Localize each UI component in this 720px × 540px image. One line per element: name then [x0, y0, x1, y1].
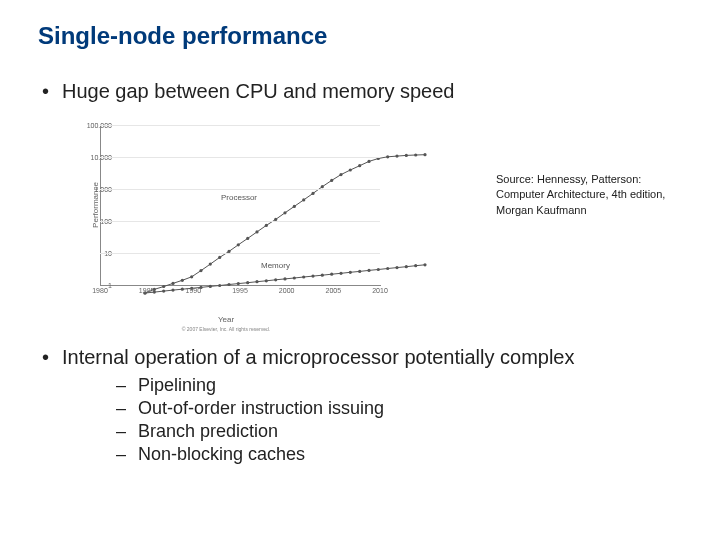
chart-row: Performance Processor Memory Year © 2007… [56, 117, 682, 322]
data-point [246, 237, 249, 240]
data-point [293, 276, 296, 279]
data-point [255, 230, 258, 233]
data-point [358, 270, 361, 273]
gridline [100, 253, 380, 254]
data-point [199, 269, 202, 272]
x-tick-label: 2010 [372, 287, 388, 294]
data-point [339, 272, 342, 275]
data-point [171, 289, 174, 292]
data-point [330, 273, 333, 276]
data-point [227, 283, 230, 286]
slide: Single-node performance Huge gap between… [0, 0, 720, 540]
data-point [237, 243, 240, 246]
data-point [395, 266, 398, 269]
data-point [386, 267, 389, 270]
x-tick-label: 1980 [92, 287, 108, 294]
data-point [414, 264, 417, 267]
x-tick-label: 2005 [326, 287, 342, 294]
sub-pipelining: Pipelining [116, 375, 682, 396]
x-tick-label: 1985 [139, 287, 155, 294]
bullet-gap: Huge gap between CPU and memory speed [38, 80, 682, 103]
data-point [190, 275, 193, 278]
data-point [181, 279, 184, 282]
data-point [395, 155, 398, 158]
x-tick-label: 1990 [186, 287, 202, 294]
source-caption: Source: Hennessy, Patterson: Computer Ar… [496, 117, 682, 218]
data-point [218, 256, 221, 259]
data-point [367, 269, 370, 272]
main-bullet-list-2: Internal operation of a microprocessor p… [38, 346, 682, 465]
data-point [218, 284, 221, 287]
data-point [283, 277, 286, 280]
data-point [405, 265, 408, 268]
data-point [209, 263, 212, 266]
chart-copyright: © 2007 Elsevier, Inc. All rights reserve… [56, 326, 396, 332]
gridline [100, 221, 380, 222]
x-axis-label: Year [56, 316, 396, 324]
x-tick-label: 2000 [279, 287, 295, 294]
data-point [405, 154, 408, 157]
data-point [246, 281, 249, 284]
data-point [339, 173, 342, 176]
gridline [100, 125, 380, 126]
main-bullet-list: Huge gap between CPU and memory speed [38, 80, 682, 103]
sub-bullet-list: Pipelining Out-of-order instruction issu… [116, 375, 682, 465]
data-point [171, 282, 174, 285]
data-point [423, 263, 426, 266]
series-label-processor: Processor [221, 193, 257, 202]
data-point [330, 179, 333, 182]
data-point [293, 205, 296, 208]
page-title: Single-node performance [38, 22, 682, 50]
data-point [265, 279, 268, 282]
data-point [386, 155, 389, 158]
data-point [181, 288, 184, 291]
data-point [274, 278, 277, 281]
sub-branch-pred: Branch prediction [116, 421, 682, 442]
data-point [209, 285, 212, 288]
bullet-internal-op-text: Internal operation of a microprocessor p… [62, 346, 574, 368]
series-line [145, 155, 425, 293]
data-point [349, 168, 352, 171]
plot-area: Performance Processor Memory [100, 125, 381, 286]
data-point [311, 192, 314, 195]
data-point [302, 198, 305, 201]
sub-nb-caches: Non-blocking caches [116, 444, 682, 465]
data-point [255, 280, 258, 283]
series-label-memory: Memory [261, 261, 290, 270]
data-point [302, 275, 305, 278]
data-point [162, 290, 165, 293]
data-point [321, 274, 324, 277]
data-point [311, 275, 314, 278]
data-point [265, 224, 268, 227]
data-point [358, 164, 361, 167]
data-point [414, 153, 417, 156]
data-point [423, 153, 426, 156]
performance-chart: Performance Processor Memory Year © 2007… [56, 117, 396, 322]
data-point [321, 185, 324, 188]
gridline [100, 157, 380, 158]
gridline [100, 189, 380, 190]
bullet-internal-op: Internal operation of a microprocessor p… [38, 346, 682, 465]
data-point [377, 268, 380, 271]
data-point [237, 282, 240, 285]
sub-ooo: Out-of-order instruction issuing [116, 398, 682, 419]
data-point [349, 271, 352, 274]
data-point [162, 285, 165, 288]
data-point [367, 160, 370, 163]
x-tick-label: 1995 [232, 287, 248, 294]
data-point [283, 211, 286, 214]
